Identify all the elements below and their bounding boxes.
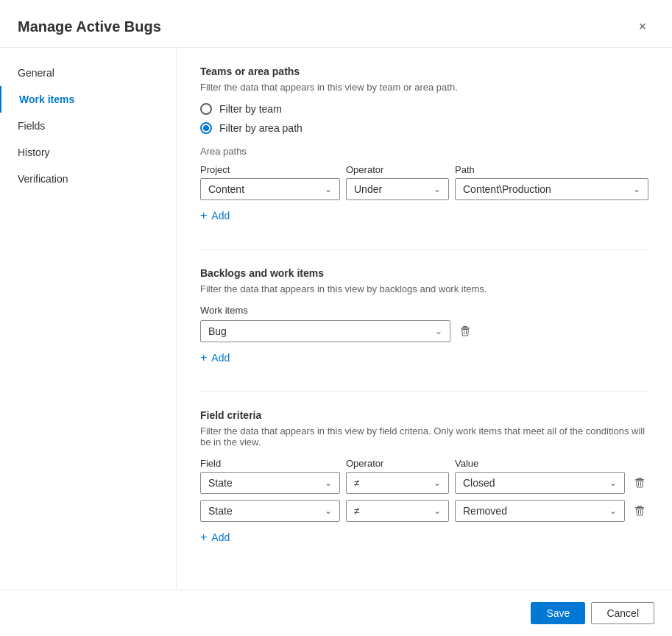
filter-by-team-radio[interactable]: Filter by team — [200, 103, 648, 115]
fc-operator-dropdown-1[interactable]: ≠ ⌄ — [346, 472, 449, 494]
fc-operator-chevron-2-icon: ⌄ — [434, 506, 441, 516]
area-paths-row: Content ⌄ Under ⌄ Content\Production ⌄ — [200, 178, 648, 200]
fc-operator-dropdown-2[interactable]: ≠ ⌄ — [346, 500, 449, 522]
radio-team-circle — [200, 103, 212, 115]
work-items-label: Work items — [200, 305, 648, 316]
svg-rect-5 — [635, 479, 644, 481]
filter-radio-group: Filter by team Filter by area path — [200, 103, 648, 134]
sidebar-item-fields[interactable]: Fields — [0, 113, 176, 139]
backlogs-desc: Filter the data that appears in this vie… — [200, 283, 648, 294]
project-value: Content — [208, 183, 244, 195]
filter-by-team-label: Filter by team — [219, 103, 282, 115]
save-button[interactable]: Save — [531, 602, 585, 624]
area-paths-label: Area paths — [200, 146, 648, 157]
col-label-fc-operator: Operator — [346, 458, 449, 469]
teams-section-title: Teams or area paths — [200, 66, 648, 77]
value-chevron-2-icon: ⌄ — [609, 506, 617, 516]
area-paths-section: Area paths Project Operator Path Content… — [200, 146, 648, 225]
trash-icon-1 — [634, 477, 646, 489]
divider-2 — [200, 391, 648, 392]
svg-rect-9 — [635, 507, 644, 509]
trash-icon — [459, 325, 471, 337]
sidebar-item-history[interactable]: History — [0, 139, 176, 166]
teams-section: Teams or area paths Filter the data that… — [200, 66, 648, 225]
backlogs-add-button[interactable]: + Add — [200, 348, 230, 367]
col-label-project: Project — [200, 164, 340, 175]
value-chevron-1-icon: ⌄ — [609, 478, 617, 488]
field-criteria-add-label: Add — [211, 531, 230, 543]
svg-rect-8 — [637, 506, 642, 507]
area-paths-plus-icon: + — [200, 209, 207, 222]
project-dropdown[interactable]: Content ⌄ — [200, 178, 340, 200]
value-dropdown-1[interactable]: Closed ⌄ — [455, 472, 625, 494]
work-item-chevron-icon: ⌄ — [435, 326, 442, 336]
cancel-button[interactable]: Cancel — [591, 602, 654, 624]
svg-rect-4 — [637, 478, 642, 479]
table-row: State ⌄ ≠ ⌄ Closed ⌄ — [200, 472, 648, 494]
sidebar-item-work-items[interactable]: Work items — [0, 86, 176, 113]
radio-area-circle — [200, 122, 212, 134]
close-button[interactable]: × — [631, 15, 654, 38]
dialog-header: Manage Active Bugs × — [0, 0, 672, 48]
trash-icon-2 — [634, 505, 646, 517]
field-chevron-1-icon: ⌄ — [325, 478, 332, 488]
area-operator-chevron-icon: ⌄ — [434, 184, 441, 194]
area-paths-column-labels: Project Operator Path — [200, 164, 648, 175]
field-criteria-rows: State ⌄ ≠ ⌄ Closed ⌄ — [200, 472, 648, 522]
main-content: Teams or area paths Filter the data that… — [177, 48, 672, 590]
field-dropdown-1[interactable]: State ⌄ — [200, 472, 340, 494]
work-item-dropdown[interactable]: Bug ⌄ — [200, 320, 450, 342]
path-value: Content\Production — [463, 183, 551, 195]
svg-rect-0 — [463, 326, 467, 328]
field-value-1: State — [208, 477, 233, 489]
backlogs-title: Backlogs and work items — [200, 267, 648, 279]
area-operator-value: Under — [354, 183, 382, 195]
backlogs-plus-icon: + — [200, 351, 207, 364]
sidebar-item-general[interactable]: General — [0, 60, 176, 86]
value-dropdown-2[interactable]: Removed ⌄ — [455, 500, 625, 522]
field-row-delete-button-2[interactable] — [631, 502, 648, 520]
field-criteria-title: Field criteria — [200, 409, 648, 421]
backlogs-work-item-row: Bug ⌄ — [200, 320, 648, 342]
fc-operator-value-1: ≠ — [354, 477, 360, 489]
value-value-2: Removed — [463, 505, 507, 517]
divider-1 — [200, 249, 648, 250]
dialog: Manage Active Bugs × General Work items … — [0, 0, 672, 636]
filter-by-area-radio[interactable]: Filter by area path — [200, 122, 648, 134]
col-label-operator: Operator — [346, 164, 449, 175]
backlogs-section: Backlogs and work items Filter the data … — [200, 267, 648, 367]
backlogs-add-label: Add — [211, 352, 230, 364]
col-label-field: Field — [200, 458, 340, 469]
field-criteria-add-button[interactable]: + Add — [200, 528, 230, 547]
area-paths-add-button[interactable]: + Add — [200, 206, 230, 225]
table-row: State ⌄ ≠ ⌄ Removed ⌄ — [200, 500, 648, 522]
path-dropdown[interactable]: Content\Production ⌄ — [455, 178, 648, 200]
dialog-title: Manage Active Bugs — [18, 18, 161, 35]
field-criteria-desc: Filter the data that appears in this vie… — [200, 425, 648, 448]
value-value-1: Closed — [463, 477, 495, 489]
project-chevron-icon: ⌄ — [325, 184, 332, 194]
field-value-2: State — [208, 505, 233, 517]
filter-by-area-label: Filter by area path — [219, 122, 303, 134]
sidebar: General Work items Fields History Verifi… — [0, 48, 177, 590]
path-chevron-icon: ⌄ — [633, 184, 640, 194]
work-item-value: Bug — [208, 325, 227, 337]
dialog-body: General Work items Fields History Verifi… — [0, 48, 672, 590]
field-dropdown-2[interactable]: State ⌄ — [200, 500, 340, 522]
work-item-delete-button[interactable] — [456, 322, 474, 340]
col-label-value: Value — [455, 458, 648, 469]
field-row-delete-button-1[interactable] — [631, 474, 648, 492]
field-criteria-section: Field criteria Filter the data that appe… — [200, 409, 648, 547]
area-operator-dropdown[interactable]: Under ⌄ — [346, 178, 449, 200]
col-label-path: Path — [455, 164, 648, 175]
sidebar-item-verification[interactable]: Verification — [0, 166, 176, 192]
dialog-footer: Save Cancel — [0, 590, 672, 636]
teams-section-desc: Filter the data that appears in this vie… — [200, 82, 648, 93]
fc-operator-chevron-1-icon: ⌄ — [434, 478, 441, 488]
svg-rect-1 — [461, 328, 470, 329]
area-paths-add-label: Add — [211, 210, 230, 222]
field-criteria-column-labels: Field Operator Value — [200, 458, 648, 469]
fc-operator-value-2: ≠ — [354, 505, 360, 517]
field-chevron-2-icon: ⌄ — [325, 506, 332, 516]
field-criteria-plus-icon: + — [200, 531, 207, 544]
